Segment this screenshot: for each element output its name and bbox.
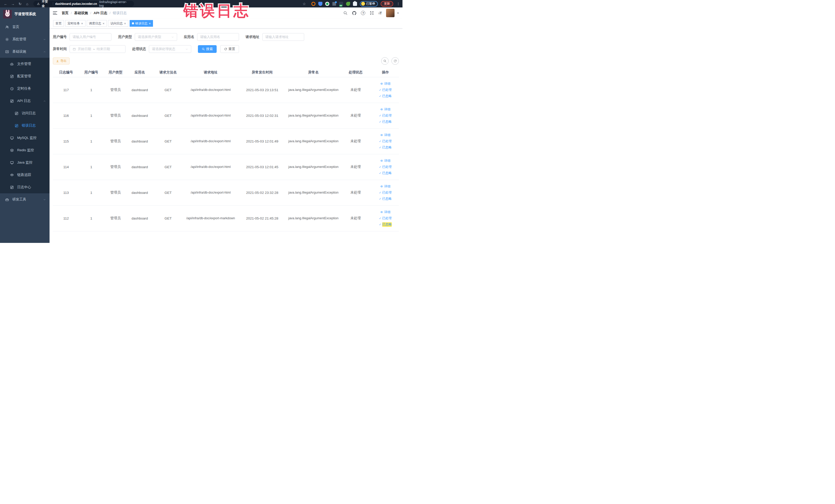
col-exception-time: 异常发生时间: [237, 68, 287, 77]
tab-scheduled-tasks[interactable]: 定时任务×: [65, 20, 85, 27]
breadcrumb: 首页 / 基础设施 / API 日志 / 错误日志: [62, 11, 127, 15]
sidebar-item-trace[interactable]: 链路追踪: [0, 169, 49, 181]
sidebar-item-access-log[interactable]: 访问日志: [0, 107, 49, 119]
sidebar-item-file-management[interactable]: 文件管理: [0, 58, 49, 70]
app-logo[interactable]: 芋道管理系统: [0, 7, 49, 21]
processed-link[interactable]: ✓已处理: [379, 139, 392, 143]
page-content: 用户编号 请输入用户编号 用户类型 请选择用户类型 应用名 请输入应用名 请求地…: [49, 28, 403, 243]
table-row: 114 1 管理员 dashboard GET /api/infra/db-do…: [53, 154, 399, 180]
extension-leaf-icon[interactable]: [346, 2, 350, 6]
request-url-label: 请求地址: [246, 35, 260, 39]
check-icon: ✓: [379, 223, 382, 226]
request-url-input[interactable]: 请输入请求地址: [262, 33, 304, 41]
ignored-link[interactable]: ✓已忽略: [379, 197, 392, 201]
extension-shield-icon[interactable]: [318, 2, 322, 6]
sidebar-item-log-center[interactable]: 日志中心: [0, 181, 49, 193]
sidebar-item-scheduled-tasks[interactable]: 定时任务: [0, 82, 49, 95]
breadcrumb-api-log[interactable]: API 日志: [94, 11, 107, 15]
user-avatar[interactable]: [386, 9, 394, 17]
font-size-icon[interactable]: TT: [378, 11, 382, 15]
sidebar-collapse-icon[interactable]: [53, 11, 57, 15]
browser-home-button[interactable]: ⌂: [24, 2, 30, 6]
processed-link[interactable]: ✓已处理: [379, 114, 392, 118]
chevron-up-icon: [43, 50, 46, 53]
sidebar-item-redis-monitor[interactable]: Redis 监控: [0, 144, 49, 156]
sidebar-item-dev-tools[interactable]: 研发工具: [0, 193, 49, 206]
ignored-link[interactable]: ✓已忽略: [379, 222, 392, 227]
user-type-select[interactable]: 请选择用户类型: [135, 33, 177, 41]
col-user-id: 用户编号: [79, 68, 103, 77]
breadcrumb-infra[interactable]: 基础设施: [74, 11, 88, 15]
sidebar-item-mysql-monitor[interactable]: MySQL 监控: [0, 132, 49, 144]
avatar-caret-down-icon[interactable]: ▾: [398, 12, 399, 14]
detail-link[interactable]: 详细: [380, 107, 390, 112]
detail-link[interactable]: 详细: [380, 210, 390, 215]
extension-switch-icon[interactable]: on: [339, 2, 343, 6]
close-icon[interactable]: ×: [81, 22, 83, 25]
sidebar-item-home[interactable]: 首页: [0, 21, 49, 33]
processed-link[interactable]: ✓已处理: [379, 88, 392, 92]
logo-image: [3, 10, 12, 19]
sidebar-item-infra[interactable]: 基础设施: [0, 45, 49, 58]
clock-icon: [10, 87, 14, 90]
github-icon[interactable]: [352, 11, 357, 15]
ignored-link[interactable]: ✓已忽略: [379, 94, 392, 98]
sidebar-item-error-log[interactable]: 错误日志: [0, 119, 49, 132]
col-method: 请求方法名: [152, 68, 185, 77]
sidebar-item-api-log[interactable]: API 日志: [0, 95, 49, 107]
bookmark-star-icon[interactable]: ☆: [303, 2, 306, 6]
help-icon[interactable]: ?: [361, 11, 365, 15]
reset-button[interactable]: 重置: [220, 45, 239, 53]
extensions-puzzle-icon[interactable]: [353, 2, 357, 6]
sidebar-item-system[interactable]: 系统管理: [0, 33, 49, 45]
browser-update-button[interactable]: 更新: [381, 1, 393, 7]
close-icon[interactable]: ×: [149, 22, 151, 25]
check-icon: ✓: [379, 191, 382, 194]
processed-link[interactable]: ✓已处理: [379, 165, 392, 169]
close-icon[interactable]: ×: [103, 22, 105, 25]
browser-reload-button[interactable]: ↻: [17, 2, 23, 6]
toggle-search-button[interactable]: [381, 57, 389, 65]
ignored-link[interactable]: ✓已忽略: [379, 120, 392, 124]
detail-link[interactable]: 详细: [380, 133, 390, 137]
detail-link[interactable]: 详细: [380, 159, 390, 163]
ignored-link[interactable]: ✓已忽略: [379, 171, 392, 175]
tab-access-log[interactable]: 访问日志×: [108, 20, 128, 27]
extension-v-icon[interactable]: [325, 2, 329, 6]
gear-icon: [5, 38, 9, 41]
search-icon[interactable]: [343, 11, 348, 15]
app-name-input[interactable]: 请输入应用名: [197, 33, 239, 41]
detail-link[interactable]: 详细: [380, 82, 390, 86]
sidebar-item-config-management[interactable]: 配置管理: [0, 70, 49, 82]
fullscreen-icon[interactable]: [370, 11, 374, 15]
close-icon[interactable]: ×: [124, 22, 126, 25]
search-button[interactable]: 搜索: [198, 45, 217, 53]
tab-home[interactable]: 首页: [53, 20, 64, 27]
extension-adblock-icon[interactable]: [311, 2, 315, 6]
chevron-down-icon: [185, 48, 188, 51]
user-id-input[interactable]: 请输入用户编号: [69, 33, 111, 41]
exception-time-range-picker[interactable]: 开始日期 ~ 结束日期: [69, 45, 125, 53]
processed-link[interactable]: ✓已处理: [379, 216, 392, 221]
browser-back-button[interactable]: ←: [3, 2, 9, 6]
eye-icon: [380, 185, 383, 188]
processed-link[interactable]: ✓已处理: [379, 190, 392, 195]
col-request-url: 请求地址: [184, 68, 237, 77]
browser-menu-icon[interactable]: ⋮: [396, 2, 400, 6]
detail-link[interactable]: 详细: [380, 184, 390, 189]
refresh-table-button[interactable]: [391, 57, 399, 65]
export-button[interactable]: 导出: [53, 58, 69, 64]
calendar-icon: [73, 47, 76, 51]
address-bar[interactable]: ⚠ 不安全 dashboard.yudao.iocoder.cn/infra/l…: [33, 1, 134, 7]
doc-edit-icon: [15, 124, 19, 127]
tab-error-log[interactable]: 错误日志×: [130, 20, 153, 27]
process-status-select[interactable]: 请选择处理状态: [149, 45, 191, 53]
ignored-link[interactable]: ✓已忽略: [379, 145, 392, 150]
sidebar-item-java-monitor[interactable]: Java 监控: [0, 156, 49, 169]
extension-grid-icon[interactable]: [332, 2, 336, 6]
app-title: 芋道管理系统: [14, 12, 36, 16]
breadcrumb-home[interactable]: 首页: [62, 11, 68, 15]
tab-schedule-log[interactable]: 调度日志×: [87, 20, 107, 27]
browser-forward-button[interactable]: →: [10, 2, 16, 6]
profile-paused-badge[interactable]: 已暂停: [360, 1, 378, 7]
